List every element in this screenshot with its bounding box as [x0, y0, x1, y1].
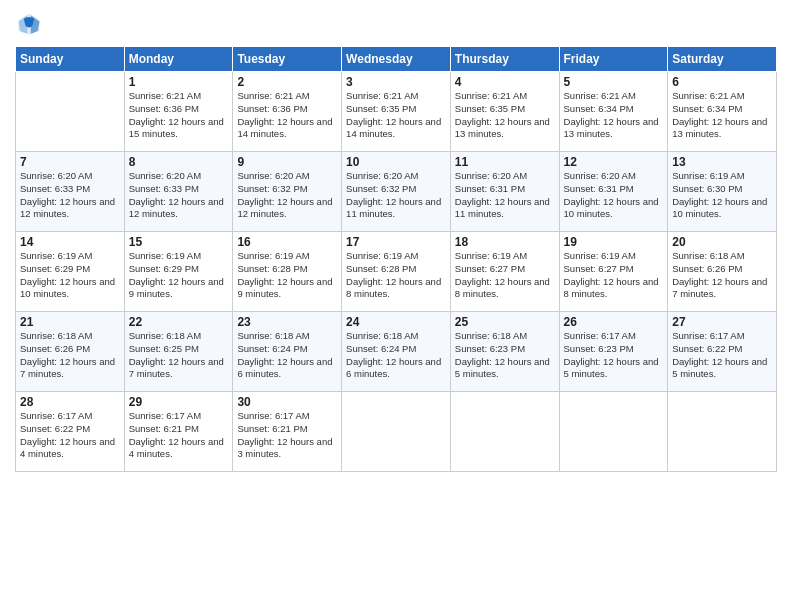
calendar-cell — [16, 72, 125, 152]
calendar-cell: 5 Sunrise: 6:21 AM Sunset: 6:34 PM Dayli… — [559, 72, 668, 152]
calendar-cell: 24 Sunrise: 6:18 AM Sunset: 6:24 PM Dayl… — [342, 312, 451, 392]
day-number: 19 — [564, 235, 664, 249]
day-number: 16 — [237, 235, 337, 249]
day-info: Sunrise: 6:19 AM Sunset: 6:29 PM Dayligh… — [129, 250, 229, 301]
calendar-cell: 15 Sunrise: 6:19 AM Sunset: 6:29 PM Dayl… — [124, 232, 233, 312]
day-number: 23 — [237, 315, 337, 329]
day-number: 3 — [346, 75, 446, 89]
day-info: Sunrise: 6:20 AM Sunset: 6:32 PM Dayligh… — [346, 170, 446, 221]
calendar-day-header: Monday — [124, 47, 233, 72]
day-info: Sunrise: 6:18 AM Sunset: 6:26 PM Dayligh… — [20, 330, 120, 381]
calendar-cell: 13 Sunrise: 6:19 AM Sunset: 6:30 PM Dayl… — [668, 152, 777, 232]
calendar-cell: 8 Sunrise: 6:20 AM Sunset: 6:33 PM Dayli… — [124, 152, 233, 232]
day-info: Sunrise: 6:19 AM Sunset: 6:27 PM Dayligh… — [564, 250, 664, 301]
page-header — [15, 10, 777, 38]
logo-icon — [15, 10, 43, 38]
calendar-week-row: 21 Sunrise: 6:18 AM Sunset: 6:26 PM Dayl… — [16, 312, 777, 392]
day-info: Sunrise: 6:17 AM Sunset: 6:22 PM Dayligh… — [672, 330, 772, 381]
day-info: Sunrise: 6:17 AM Sunset: 6:22 PM Dayligh… — [20, 410, 120, 461]
day-number: 25 — [455, 315, 555, 329]
day-number: 2 — [237, 75, 337, 89]
calendar-table: SundayMondayTuesdayWednesdayThursdayFrid… — [15, 46, 777, 472]
day-number: 27 — [672, 315, 772, 329]
day-number: 28 — [20, 395, 120, 409]
calendar-day-header: Sunday — [16, 47, 125, 72]
calendar-cell: 7 Sunrise: 6:20 AM Sunset: 6:33 PM Dayli… — [16, 152, 125, 232]
day-info: Sunrise: 6:18 AM Sunset: 6:23 PM Dayligh… — [455, 330, 555, 381]
calendar-cell: 3 Sunrise: 6:21 AM Sunset: 6:35 PM Dayli… — [342, 72, 451, 152]
day-info: Sunrise: 6:19 AM Sunset: 6:28 PM Dayligh… — [237, 250, 337, 301]
day-number: 1 — [129, 75, 229, 89]
calendar-week-row: 14 Sunrise: 6:19 AM Sunset: 6:29 PM Dayl… — [16, 232, 777, 312]
day-number: 11 — [455, 155, 555, 169]
day-number: 22 — [129, 315, 229, 329]
day-info: Sunrise: 6:21 AM Sunset: 6:36 PM Dayligh… — [237, 90, 337, 141]
calendar-cell — [559, 392, 668, 472]
day-info: Sunrise: 6:19 AM Sunset: 6:29 PM Dayligh… — [20, 250, 120, 301]
day-number: 14 — [20, 235, 120, 249]
day-number: 24 — [346, 315, 446, 329]
day-info: Sunrise: 6:18 AM Sunset: 6:25 PM Dayligh… — [129, 330, 229, 381]
calendar-cell: 22 Sunrise: 6:18 AM Sunset: 6:25 PM Dayl… — [124, 312, 233, 392]
calendar-cell — [450, 392, 559, 472]
calendar-cell: 2 Sunrise: 6:21 AM Sunset: 6:36 PM Dayli… — [233, 72, 342, 152]
day-info: Sunrise: 6:18 AM Sunset: 6:24 PM Dayligh… — [237, 330, 337, 381]
calendar-cell: 27 Sunrise: 6:17 AM Sunset: 6:22 PM Dayl… — [668, 312, 777, 392]
day-number: 29 — [129, 395, 229, 409]
day-number: 4 — [455, 75, 555, 89]
day-info: Sunrise: 6:20 AM Sunset: 6:33 PM Dayligh… — [20, 170, 120, 221]
calendar-cell: 20 Sunrise: 6:18 AM Sunset: 6:26 PM Dayl… — [668, 232, 777, 312]
calendar-cell: 25 Sunrise: 6:18 AM Sunset: 6:23 PM Dayl… — [450, 312, 559, 392]
calendar-week-row: 1 Sunrise: 6:21 AM Sunset: 6:36 PM Dayli… — [16, 72, 777, 152]
day-number: 15 — [129, 235, 229, 249]
day-info: Sunrise: 6:19 AM Sunset: 6:30 PM Dayligh… — [672, 170, 772, 221]
day-info: Sunrise: 6:17 AM Sunset: 6:21 PM Dayligh… — [237, 410, 337, 461]
day-number: 12 — [564, 155, 664, 169]
day-info: Sunrise: 6:21 AM Sunset: 6:36 PM Dayligh… — [129, 90, 229, 141]
calendar-header-row: SundayMondayTuesdayWednesdayThursdayFrid… — [16, 47, 777, 72]
day-number: 9 — [237, 155, 337, 169]
calendar-cell: 19 Sunrise: 6:19 AM Sunset: 6:27 PM Dayl… — [559, 232, 668, 312]
calendar-cell: 12 Sunrise: 6:20 AM Sunset: 6:31 PM Dayl… — [559, 152, 668, 232]
calendar-day-header: Tuesday — [233, 47, 342, 72]
calendar-cell: 21 Sunrise: 6:18 AM Sunset: 6:26 PM Dayl… — [16, 312, 125, 392]
calendar-cell: 10 Sunrise: 6:20 AM Sunset: 6:32 PM Dayl… — [342, 152, 451, 232]
calendar-cell: 29 Sunrise: 6:17 AM Sunset: 6:21 PM Dayl… — [124, 392, 233, 472]
day-number: 6 — [672, 75, 772, 89]
calendar-week-row: 7 Sunrise: 6:20 AM Sunset: 6:33 PM Dayli… — [16, 152, 777, 232]
calendar-cell: 4 Sunrise: 6:21 AM Sunset: 6:35 PM Dayli… — [450, 72, 559, 152]
day-info: Sunrise: 6:18 AM Sunset: 6:24 PM Dayligh… — [346, 330, 446, 381]
calendar-cell: 6 Sunrise: 6:21 AM Sunset: 6:34 PM Dayli… — [668, 72, 777, 152]
day-info: Sunrise: 6:20 AM Sunset: 6:33 PM Dayligh… — [129, 170, 229, 221]
day-number: 10 — [346, 155, 446, 169]
day-info: Sunrise: 6:17 AM Sunset: 6:21 PM Dayligh… — [129, 410, 229, 461]
calendar-cell: 28 Sunrise: 6:17 AM Sunset: 6:22 PM Dayl… — [16, 392, 125, 472]
day-number: 20 — [672, 235, 772, 249]
calendar-cell: 11 Sunrise: 6:20 AM Sunset: 6:31 PM Dayl… — [450, 152, 559, 232]
day-number: 26 — [564, 315, 664, 329]
day-number: 18 — [455, 235, 555, 249]
day-number: 21 — [20, 315, 120, 329]
calendar-cell: 14 Sunrise: 6:19 AM Sunset: 6:29 PM Dayl… — [16, 232, 125, 312]
day-number: 17 — [346, 235, 446, 249]
day-info: Sunrise: 6:19 AM Sunset: 6:27 PM Dayligh… — [455, 250, 555, 301]
calendar-day-header: Thursday — [450, 47, 559, 72]
day-info: Sunrise: 6:20 AM Sunset: 6:31 PM Dayligh… — [564, 170, 664, 221]
calendar-cell: 23 Sunrise: 6:18 AM Sunset: 6:24 PM Dayl… — [233, 312, 342, 392]
day-number: 5 — [564, 75, 664, 89]
calendar-cell — [668, 392, 777, 472]
calendar-day-header: Saturday — [668, 47, 777, 72]
day-number: 7 — [20, 155, 120, 169]
logo — [15, 10, 47, 38]
calendar-cell: 9 Sunrise: 6:20 AM Sunset: 6:32 PM Dayli… — [233, 152, 342, 232]
calendar-day-header: Friday — [559, 47, 668, 72]
calendar-cell: 30 Sunrise: 6:17 AM Sunset: 6:21 PM Dayl… — [233, 392, 342, 472]
calendar-cell: 17 Sunrise: 6:19 AM Sunset: 6:28 PM Dayl… — [342, 232, 451, 312]
day-number: 13 — [672, 155, 772, 169]
day-info: Sunrise: 6:20 AM Sunset: 6:32 PM Dayligh… — [237, 170, 337, 221]
day-info: Sunrise: 6:21 AM Sunset: 6:35 PM Dayligh… — [455, 90, 555, 141]
day-info: Sunrise: 6:18 AM Sunset: 6:26 PM Dayligh… — [672, 250, 772, 301]
day-info: Sunrise: 6:17 AM Sunset: 6:23 PM Dayligh… — [564, 330, 664, 381]
day-info: Sunrise: 6:19 AM Sunset: 6:28 PM Dayligh… — [346, 250, 446, 301]
day-info: Sunrise: 6:21 AM Sunset: 6:34 PM Dayligh… — [564, 90, 664, 141]
